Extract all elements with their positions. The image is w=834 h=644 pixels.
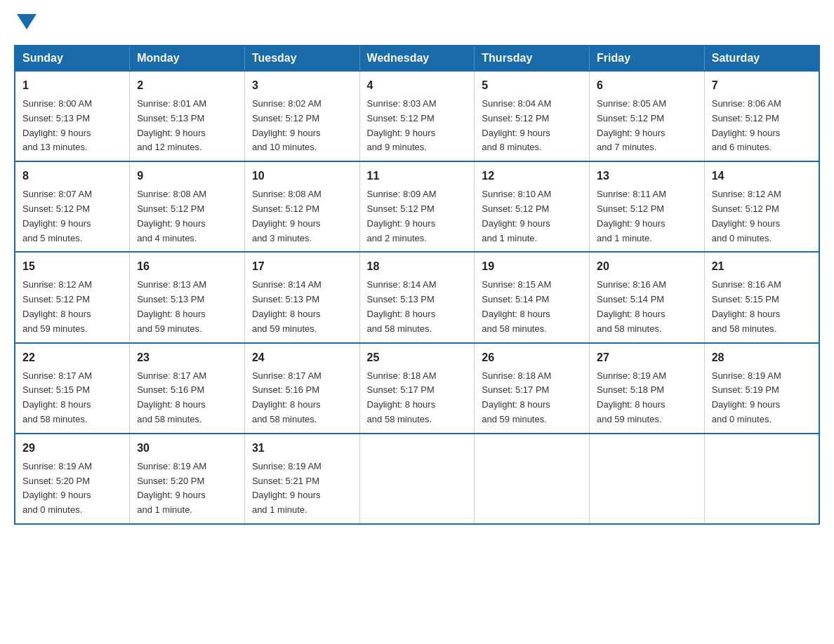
day-number: 26: [482, 349, 582, 366]
calendar-cell: 11 Sunrise: 8:09 AM Sunset: 5:12 PM Dayl…: [359, 161, 475, 252]
calendar-cell: 20 Sunrise: 8:16 AM Sunset: 5:14 PM Dayl…: [590, 252, 705, 342]
logo: [14, 14, 37, 31]
day-info: Sunrise: 8:03 AM Sunset: 5:12 PM Dayligh…: [367, 97, 468, 155]
calendar-cell: 22 Sunrise: 8:17 AM Sunset: 5:15 PM Dayl…: [15, 343, 130, 434]
day-number: 28: [712, 349, 812, 366]
day-info: Sunrise: 8:12 AM Sunset: 5:12 PM Dayligh…: [22, 278, 122, 336]
day-info: Sunrise: 8:07 AM Sunset: 5:12 PM Dayligh…: [22, 187, 122, 246]
calendar-cell: 4 Sunrise: 8:03 AM Sunset: 5:12 PM Dayli…: [359, 71, 475, 161]
day-number: 20: [597, 258, 697, 275]
calendar-cell: 7 Sunrise: 8:06 AM Sunset: 5:12 PM Dayli…: [704, 71, 819, 161]
calendar-cell: 23 Sunrise: 8:17 AM Sunset: 5:16 PM Dayl…: [130, 343, 245, 434]
day-number: 10: [252, 168, 352, 185]
day-info: Sunrise: 8:19 AM Sunset: 5:20 PM Dayligh…: [137, 459, 237, 518]
calendar-cell: 21 Sunrise: 8:16 AM Sunset: 5:15 PM Dayl…: [704, 252, 819, 342]
calendar-cell: 5 Sunrise: 8:04 AM Sunset: 5:12 PM Dayli…: [475, 71, 590, 161]
day-info: Sunrise: 8:01 AM Sunset: 5:13 PM Dayligh…: [137, 97, 237, 155]
day-number: 30: [137, 440, 237, 457]
calendar-cell: 31 Sunrise: 8:19 AM Sunset: 5:21 PM Dayl…: [244, 434, 359, 524]
day-info: Sunrise: 8:19 AM Sunset: 5:19 PM Dayligh…: [712, 369, 812, 427]
day-number: 27: [597, 349, 697, 366]
calendar-header-row: SundayMondayTuesdayWednesdayThursdayFrid…: [15, 46, 819, 71]
calendar-cell: [475, 434, 590, 524]
day-number: 7: [712, 77, 812, 94]
day-info: Sunrise: 8:16 AM Sunset: 5:14 PM Dayligh…: [597, 278, 697, 336]
calendar-cell: 15 Sunrise: 8:12 AM Sunset: 5:12 PM Dayl…: [15, 252, 130, 342]
calendar-cell: [704, 434, 819, 524]
calendar-cell: 30 Sunrise: 8:19 AM Sunset: 5:20 PM Dayl…: [130, 434, 245, 524]
column-header-saturday: Saturday: [704, 46, 819, 71]
day-info: Sunrise: 8:10 AM Sunset: 5:12 PM Dayligh…: [482, 187, 582, 246]
calendar-cell: 27 Sunrise: 8:19 AM Sunset: 5:18 PM Dayl…: [590, 343, 705, 434]
calendar-cell: 14 Sunrise: 8:12 AM Sunset: 5:12 PM Dayl…: [704, 161, 819, 252]
calendar-week-row: 1 Sunrise: 8:00 AM Sunset: 5:13 PM Dayli…: [15, 71, 819, 161]
calendar-cell: 17 Sunrise: 8:14 AM Sunset: 5:13 PM Dayl…: [244, 252, 359, 342]
day-number: 16: [137, 258, 237, 275]
day-info: Sunrise: 8:15 AM Sunset: 5:14 PM Dayligh…: [482, 278, 582, 336]
day-info: Sunrise: 8:02 AM Sunset: 5:12 PM Dayligh…: [252, 97, 352, 155]
day-info: Sunrise: 8:19 AM Sunset: 5:21 PM Dayligh…: [252, 459, 352, 518]
day-number: 29: [22, 440, 122, 457]
day-info: Sunrise: 8:19 AM Sunset: 5:18 PM Dayligh…: [597, 369, 697, 427]
calendar-cell: [359, 434, 475, 524]
column-header-thursday: Thursday: [475, 46, 590, 71]
day-number: 8: [22, 168, 122, 185]
calendar-cell: 24 Sunrise: 8:17 AM Sunset: 5:16 PM Dayl…: [244, 343, 359, 434]
calendar-cell: [590, 434, 705, 524]
day-number: 3: [252, 77, 352, 94]
day-info: Sunrise: 8:11 AM Sunset: 5:12 PM Dayligh…: [597, 187, 697, 246]
calendar-week-row: 22 Sunrise: 8:17 AM Sunset: 5:15 PM Dayl…: [15, 343, 819, 434]
column-header-monday: Monday: [130, 46, 245, 71]
calendar-cell: 12 Sunrise: 8:10 AM Sunset: 5:12 PM Dayl…: [475, 161, 590, 252]
day-number: 22: [22, 349, 122, 366]
day-number: 6: [597, 77, 697, 94]
day-info: Sunrise: 8:14 AM Sunset: 5:13 PM Dayligh…: [252, 278, 352, 336]
day-number: 21: [712, 258, 812, 275]
column-header-friday: Friday: [590, 46, 705, 71]
day-info: Sunrise: 8:00 AM Sunset: 5:13 PM Dayligh…: [22, 97, 122, 155]
day-info: Sunrise: 8:17 AM Sunset: 5:16 PM Dayligh…: [252, 369, 352, 427]
calendar-cell: 6 Sunrise: 8:05 AM Sunset: 5:12 PM Dayli…: [590, 71, 705, 161]
day-info: Sunrise: 8:13 AM Sunset: 5:13 PM Dayligh…: [137, 278, 237, 336]
calendar-cell: 3 Sunrise: 8:02 AM Sunset: 5:12 PM Dayli…: [244, 71, 359, 161]
day-info: Sunrise: 8:09 AM Sunset: 5:12 PM Dayligh…: [367, 187, 468, 246]
day-number: 2: [137, 77, 237, 94]
day-info: Sunrise: 8:06 AM Sunset: 5:12 PM Dayligh…: [712, 97, 812, 155]
day-number: 5: [482, 77, 582, 94]
day-info: Sunrise: 8:18 AM Sunset: 5:17 PM Dayligh…: [482, 369, 582, 427]
calendar-cell: 19 Sunrise: 8:15 AM Sunset: 5:14 PM Dayl…: [475, 252, 590, 342]
calendar-week-row: 29 Sunrise: 8:19 AM Sunset: 5:20 PM Dayl…: [15, 434, 819, 524]
calendar-cell: 13 Sunrise: 8:11 AM Sunset: 5:12 PM Dayl…: [590, 161, 705, 252]
day-number: 9: [137, 168, 237, 185]
day-number: 19: [482, 258, 582, 275]
day-info: Sunrise: 8:17 AM Sunset: 5:16 PM Dayligh…: [137, 369, 237, 427]
calendar-cell: 18 Sunrise: 8:14 AM Sunset: 5:13 PM Dayl…: [359, 252, 475, 342]
day-info: Sunrise: 8:16 AM Sunset: 5:15 PM Dayligh…: [712, 278, 812, 336]
day-info: Sunrise: 8:05 AM Sunset: 5:12 PM Dayligh…: [597, 97, 697, 155]
column-header-sunday: Sunday: [15, 46, 130, 71]
calendar-cell: 1 Sunrise: 8:00 AM Sunset: 5:13 PM Dayli…: [15, 71, 130, 161]
day-number: 18: [367, 258, 468, 275]
day-number: 1: [22, 77, 122, 94]
logo-triangle-icon: [17, 14, 37, 29]
column-header-wednesday: Wednesday: [359, 46, 475, 71]
day-number: 24: [252, 349, 352, 366]
calendar-table: SundayMondayTuesdayWednesdayThursdayFrid…: [14, 45, 820, 525]
calendar-cell: 9 Sunrise: 8:08 AM Sunset: 5:12 PM Dayli…: [130, 161, 245, 252]
day-number: 31: [252, 440, 352, 457]
day-info: Sunrise: 8:04 AM Sunset: 5:12 PM Dayligh…: [482, 97, 582, 155]
day-number: 12: [482, 168, 582, 185]
calendar-cell: 10 Sunrise: 8:08 AM Sunset: 5:12 PM Dayl…: [244, 161, 359, 252]
day-number: 23: [137, 349, 237, 366]
day-number: 13: [597, 168, 697, 185]
day-number: 17: [252, 258, 352, 275]
calendar-cell: 8 Sunrise: 8:07 AM Sunset: 5:12 PM Dayli…: [15, 161, 130, 252]
day-info: Sunrise: 8:08 AM Sunset: 5:12 PM Dayligh…: [252, 187, 352, 246]
day-info: Sunrise: 8:08 AM Sunset: 5:12 PM Dayligh…: [137, 187, 237, 246]
day-info: Sunrise: 8:19 AM Sunset: 5:20 PM Dayligh…: [22, 459, 122, 518]
calendar-cell: 2 Sunrise: 8:01 AM Sunset: 5:13 PM Dayli…: [130, 71, 245, 161]
calendar-cell: 26 Sunrise: 8:18 AM Sunset: 5:17 PM Dayl…: [475, 343, 590, 434]
day-number: 4: [367, 77, 468, 94]
column-header-tuesday: Tuesday: [244, 46, 359, 71]
calendar-cell: 16 Sunrise: 8:13 AM Sunset: 5:13 PM Dayl…: [130, 252, 245, 342]
